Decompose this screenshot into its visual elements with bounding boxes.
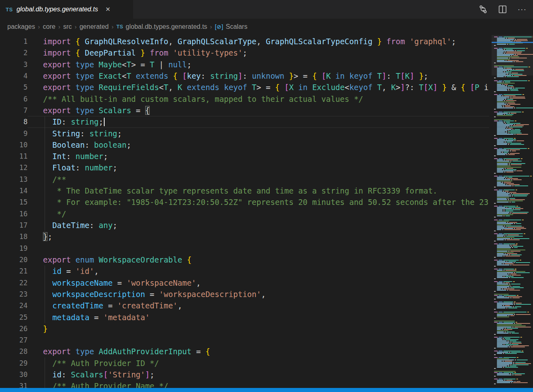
code-line[interactable]: 25 metadata = 'metadata' <box>0 312 489 323</box>
code-line[interactable]: 23 workspaceDescription = 'workspaceDesc… <box>0 289 489 300</box>
code-line[interactable]: 7export type Scalars = { <box>0 105 489 116</box>
code-line[interactable]: 13 /** <box>0 174 489 185</box>
line-number[interactable]: 22 <box>0 277 28 289</box>
breadcrumb-label: packages <box>7 23 35 30</box>
line-number[interactable]: 23 <box>0 289 28 300</box>
code-line-content: String: string; <box>28 128 489 139</box>
code-editor[interactable]: 1import { GraphQLResolveInfo, GraphQLSca… <box>0 35 489 392</box>
code-line[interactable]: 11 Int: number; <box>0 151 489 162</box>
more-actions-icon[interactable]: ··· <box>518 7 527 11</box>
breadcrumb-separator: › <box>38 23 40 30</box>
code-line[interactable]: 20export enum WorkspaceOrderable { <box>0 254 489 265</box>
code-line[interactable]: 22 workspaceName = 'workspaceName', <box>0 277 489 289</box>
line-number[interactable]: 9 <box>0 128 28 139</box>
breadcrumb-separator: › <box>112 23 114 30</box>
breadcrumb-item-src[interactable]: src <box>63 23 72 30</box>
line-number[interactable]: 1 <box>0 36 28 47</box>
tab-bar: TS global.db.types.generated.ts ✕ <box>0 0 533 19</box>
line-number[interactable]: 12 <box>0 162 28 173</box>
code-line-content: /** All built-in and custom scalars, map… <box>28 93 489 105</box>
code-line[interactable]: 5export type RequireFields<T, K extends … <box>0 82 489 93</box>
code-line-content: id = 'id', <box>28 265 489 277</box>
line-number[interactable]: 2 <box>0 47 28 58</box>
code-line-content: export type RequireFields<T, K extends k… <box>28 82 489 93</box>
breadcrumb-item-core[interactable]: core <box>43 23 56 30</box>
breadcrumb-item-global-db-types-generated-ts[interactable]: TSglobal.db.types.generated.ts <box>116 23 207 30</box>
code-line[interactable]: 19 <box>0 243 489 254</box>
editor-tab[interactable]: TS global.db.types.generated.ts ✕ <box>0 0 133 19</box>
line-number[interactable]: 20 <box>0 254 28 265</box>
minimap-content <box>492 35 533 388</box>
line-number[interactable]: 28 <box>0 346 28 357</box>
line-number[interactable]: 6 <box>0 93 28 105</box>
line-number[interactable]: 3 <box>0 59 28 70</box>
open-changes-icon[interactable] <box>479 5 488 14</box>
line-number[interactable]: 29 <box>0 358 28 369</box>
code-line-content: * For example: "1985-04-12T23:20:50.52Z"… <box>28 196 489 208</box>
line-number[interactable]: 27 <box>0 334 28 346</box>
line-number[interactable]: 7 <box>0 105 28 116</box>
line-number[interactable]: 8 <box>0 116 28 127</box>
line-number[interactable]: 10 <box>0 139 28 151</box>
code-line-content: export type Exact<T extends { [key: stri… <box>28 70 489 82</box>
breadcrumb-label: generated <box>80 23 109 30</box>
code-line-content: id: Scalars['String']; <box>28 369 489 380</box>
code-line-content: Boolean: boolean; <box>28 139 489 151</box>
code-line[interactable]: 10 Boolean: boolean; <box>0 139 489 151</box>
code-line[interactable]: 9 String: string; <box>0 128 489 139</box>
breadcrumb-item-generated[interactable]: generated <box>80 23 109 30</box>
code-line[interactable]: 1import { GraphQLResolveInfo, GraphQLSca… <box>0 36 489 47</box>
code-line[interactable]: 28export type AddAuthProviderInput = { <box>0 346 489 357</box>
line-number[interactable]: 30 <box>0 369 28 380</box>
code-line[interactable]: 12 Float: number; <box>0 162 489 173</box>
minimap[interactable] <box>492 35 533 388</box>
line-number[interactable]: 11 <box>0 151 28 162</box>
code-line[interactable]: 14 * The DateTime scalar type represents… <box>0 185 489 196</box>
code-line-content: DateTime: any; <box>28 220 489 231</box>
line-number[interactable]: 26 <box>0 323 28 334</box>
code-line[interactable]: 4export type Exact<T extends { [key: str… <box>0 70 489 82</box>
code-line[interactable]: 2import { DeepPartial } from 'utility-ty… <box>0 47 489 58</box>
code-lines: 1import { GraphQLResolveInfo, GraphQLSca… <box>0 35 489 392</box>
line-number[interactable]: 25 <box>0 312 28 323</box>
code-line-content: /** <box>28 174 489 185</box>
split-editor-icon[interactable] <box>498 5 507 14</box>
line-number[interactable]: 5 <box>0 82 28 93</box>
line-number[interactable]: 21 <box>0 265 28 277</box>
breadcrumb-item-packages[interactable]: packages <box>7 23 35 30</box>
line-number[interactable]: 17 <box>0 220 28 231</box>
typescript-file-icon: TS <box>6 6 13 13</box>
line-number[interactable]: 4 <box>0 70 28 82</box>
line-number[interactable]: 24 <box>0 300 28 311</box>
tab-close-icon[interactable]: ✕ <box>104 5 112 14</box>
line-number[interactable]: 13 <box>0 174 28 185</box>
code-line-content: export enum WorkspaceOrderable { <box>28 254 489 265</box>
code-line[interactable]: 24 createdTime = 'createdTime', <box>0 300 489 311</box>
line-number[interactable]: 19 <box>0 243 28 254</box>
code-line-content: createdTime = 'createdTime', <box>28 300 489 311</box>
code-line[interactable]: 6/** All built-in and custom scalars, ma… <box>0 93 489 105</box>
line-number[interactable]: 14 <box>0 185 28 196</box>
code-line-content: metadata = 'metadata' <box>28 312 489 323</box>
code-line-content: export type Scalars = { <box>28 105 489 116</box>
code-line[interactable]: 17 DateTime: any; <box>0 220 489 231</box>
line-number[interactable]: 18 <box>0 231 28 242</box>
code-line[interactable]: 26} <box>0 323 489 334</box>
code-line[interactable]: 15 * For example: "1985-04-12T23:20:50.5… <box>0 196 489 208</box>
code-line-content: export type AddAuthProviderInput = { <box>28 346 489 357</box>
code-line[interactable]: 21 id = 'id', <box>0 265 489 277</box>
code-line[interactable]: 8 ID: string; <box>0 116 489 127</box>
breadcrumb-label: core <box>43 23 56 30</box>
tab-title: global.db.types.generated.ts <box>17 6 98 13</box>
code-line[interactable]: 29 /** Auth Provider ID */ <box>0 358 489 369</box>
code-line[interactable]: 16 */ <box>0 208 489 220</box>
line-number[interactable]: 15 <box>0 196 28 208</box>
breadcrumb-item-scalars[interactable]: [⊘]Scalars <box>215 23 247 30</box>
code-line[interactable]: 3export type Maybe<T> = T | null; <box>0 59 489 70</box>
ts-file-icon: TS <box>116 24 123 30</box>
code-line[interactable]: 30 id: Scalars['String']; <box>0 369 489 380</box>
code-line[interactable]: 18}; <box>0 231 489 242</box>
line-number[interactable]: 16 <box>0 208 28 220</box>
code-line[interactable]: 27 <box>0 334 489 346</box>
code-line-content: * The DateTime scalar type represents da… <box>28 185 489 196</box>
